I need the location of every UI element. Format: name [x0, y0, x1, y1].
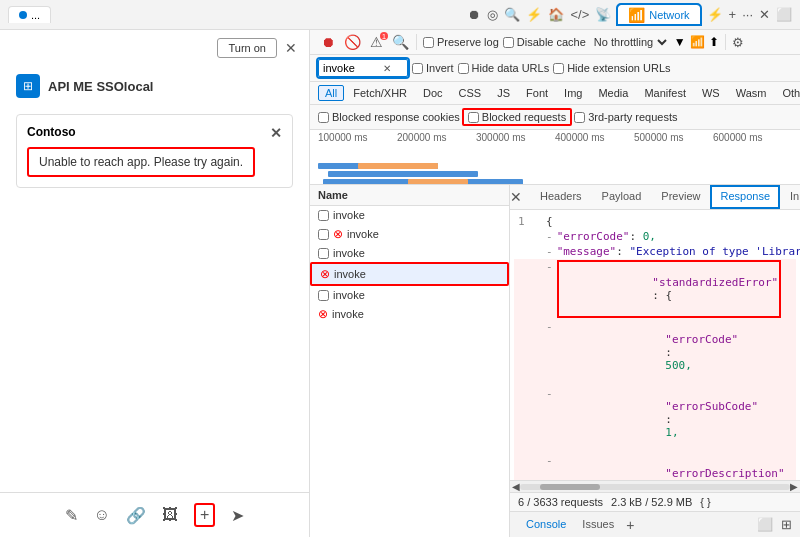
- upload-icon[interactable]: ⬆: [709, 35, 719, 49]
- record-icon[interactable]: ⏺: [318, 34, 338, 50]
- horizontal-scrollbar[interactable]: ◀ ▶: [510, 480, 800, 492]
- transfer-size: 2.3 kB / 52.9 MB: [611, 496, 692, 508]
- scrollbar-track[interactable]: [520, 484, 790, 490]
- devtools-icon-6[interactable]: </>: [570, 7, 589, 22]
- network-tab[interactable]: 📶 Network: [617, 4, 700, 25]
- network-icon[interactable]: 📡: [595, 7, 611, 22]
- clear-icon[interactable]: 🚫: [342, 34, 362, 50]
- emoji-icon[interactable]: ☺: [94, 506, 110, 524]
- invert-label[interactable]: Invert: [412, 62, 454, 74]
- contoso-section: Contoso ✕ Unable to reach app. Please tr…: [16, 114, 293, 188]
- request-item-1[interactable]: ⊗ invoke: [310, 224, 509, 244]
- more-icon[interactable]: ···: [742, 7, 753, 22]
- filter-font[interactable]: Font: [519, 85, 555, 101]
- request-item-4[interactable]: invoke: [310, 286, 509, 304]
- settings-button[interactable]: ⚙: [732, 35, 744, 50]
- blocked-response-cookies-checkbox[interactable]: [318, 112, 329, 123]
- issues-tab[interactable]: Issues: [574, 514, 622, 536]
- warning-icon[interactable]: ⚠ 1: [366, 34, 386, 50]
- send-icon[interactable]: ➤: [231, 506, 244, 525]
- throttle-select[interactable]: No throttling: [590, 35, 670, 49]
- invert-checkbox[interactable]: [412, 63, 423, 74]
- dash-2: -: [546, 230, 553, 243]
- request-checkbox-2[interactable]: [318, 248, 329, 259]
- hide-extension-urls-checkbox[interactable]: [553, 63, 564, 74]
- devtools-toolbar: ⏺ 🚫 ⚠ 1 🔍 Preserve log Disable cache No …: [310, 30, 800, 55]
- filter-img[interactable]: Img: [557, 85, 589, 101]
- hide-extension-urls-label[interactable]: Hide extension URLs: [553, 62, 670, 74]
- close-icon[interactable]: ✕: [759, 7, 770, 22]
- image-icon[interactable]: 🖼: [162, 506, 178, 524]
- dock-icon-1[interactable]: ⬜: [757, 517, 773, 532]
- filter-fetch-xhr[interactable]: Fetch/XHR: [346, 85, 414, 101]
- third-party-checkbox[interactable]: [574, 112, 585, 123]
- tab-response[interactable]: Response: [710, 185, 780, 209]
- attach-icon[interactable]: 🔗: [126, 506, 146, 525]
- filter-css[interactable]: CSS: [452, 85, 489, 101]
- restore-icon[interactable]: ⬜: [776, 7, 792, 22]
- error-icon-5: ⊗: [318, 307, 328, 321]
- throttle-down-icon[interactable]: ▼: [674, 35, 686, 49]
- filter-js[interactable]: JS: [490, 85, 517, 101]
- disable-cache-checkbox[interactable]: [503, 37, 514, 48]
- devtools-icon-2[interactable]: ◎: [487, 7, 498, 22]
- third-party-label[interactable]: 3rd-party requests: [574, 111, 677, 123]
- request-checkbox-0[interactable]: [318, 210, 329, 221]
- filter-manifest[interactable]: Manifest: [637, 85, 693, 101]
- tab-payload[interactable]: Payload: [592, 185, 652, 209]
- scroll-right-icon[interactable]: ▶: [790, 481, 798, 492]
- active-tab[interactable]: ...: [8, 6, 51, 23]
- request-name-1: invoke: [347, 228, 379, 240]
- preserve-log-text: Preserve log: [437, 36, 499, 48]
- search-clear-icon[interactable]: ✕: [383, 63, 391, 74]
- devtools-icon-7[interactable]: ⚡: [707, 7, 723, 22]
- turn-on-button[interactable]: Turn on: [217, 38, 277, 58]
- request-item-5[interactable]: ⊗ invoke: [310, 304, 509, 324]
- filter-ws[interactable]: WS: [695, 85, 727, 101]
- devtools-icon-5[interactable]: 🏠: [548, 7, 564, 22]
- request-item-0[interactable]: invoke: [310, 206, 509, 224]
- blocked-requests-label[interactable]: Blocked requests: [462, 108, 572, 126]
- edit-icon[interactable]: ✎: [65, 506, 78, 525]
- blocked-requests-checkbox[interactable]: [468, 112, 479, 123]
- hide-data-urls-checkbox[interactable]: [458, 63, 469, 74]
- timeline-label-1: 100000 ms: [318, 132, 397, 143]
- preserve-log-label[interactable]: Preserve log: [423, 36, 499, 48]
- filter-media[interactable]: Media: [591, 85, 635, 101]
- devtools-icon-3[interactable]: 🔍: [504, 7, 520, 22]
- tab-preview[interactable]: Preview: [651, 185, 710, 209]
- colon-2: :: [629, 230, 642, 243]
- left-panel-footer: ✎ ☺ 🔗 🖼 + ➤: [0, 492, 309, 537]
- network-condition-icon[interactable]: 📶: [690, 35, 705, 49]
- scroll-left-icon[interactable]: ◀: [512, 481, 520, 492]
- console-tab[interactable]: Console: [518, 514, 574, 536]
- search-input[interactable]: [323, 62, 383, 74]
- request-name-2: invoke: [333, 247, 365, 259]
- close-left-panel-icon[interactable]: ✕: [285, 40, 297, 56]
- add-tab-icon[interactable]: +: [626, 517, 634, 533]
- preserve-log-checkbox[interactable]: [423, 37, 434, 48]
- tab-headers[interactable]: Headers: [530, 185, 592, 209]
- add-tab-icon[interactable]: +: [729, 7, 737, 22]
- request-checkbox-4[interactable]: [318, 290, 329, 301]
- json-line-5: - "errorCode" : 500,: [514, 319, 796, 386]
- filter-all[interactable]: All: [318, 85, 344, 101]
- close-detail-icon[interactable]: ✕: [510, 189, 522, 205]
- search-icon[interactable]: 🔍: [390, 34, 410, 50]
- scrollbar-thumb[interactable]: [540, 484, 600, 490]
- filter-other[interactable]: Other: [775, 85, 800, 101]
- hide-data-urls-label[interactable]: Hide data URLs: [458, 62, 550, 74]
- dock-icon-2[interactable]: ⊞: [781, 517, 792, 532]
- request-checkbox-1[interactable]: [318, 229, 329, 240]
- add-button[interactable]: +: [194, 503, 215, 527]
- close-contoso-icon[interactable]: ✕: [270, 125, 282, 141]
- devtools-icon-1[interactable]: ⏺: [468, 7, 481, 22]
- request-item-2[interactable]: invoke: [310, 244, 509, 262]
- disable-cache-label[interactable]: Disable cache: [503, 36, 586, 48]
- request-item-3[interactable]: ⊗ invoke: [310, 262, 509, 286]
- blocked-response-cookies-label[interactable]: Blocked response cookies: [318, 111, 460, 123]
- tab-initiator[interactable]: Initiator: [780, 185, 800, 209]
- devtools-icon-4[interactable]: ⚡: [526, 7, 542, 22]
- filter-wasm[interactable]: Wasm: [729, 85, 774, 101]
- filter-doc[interactable]: Doc: [416, 85, 450, 101]
